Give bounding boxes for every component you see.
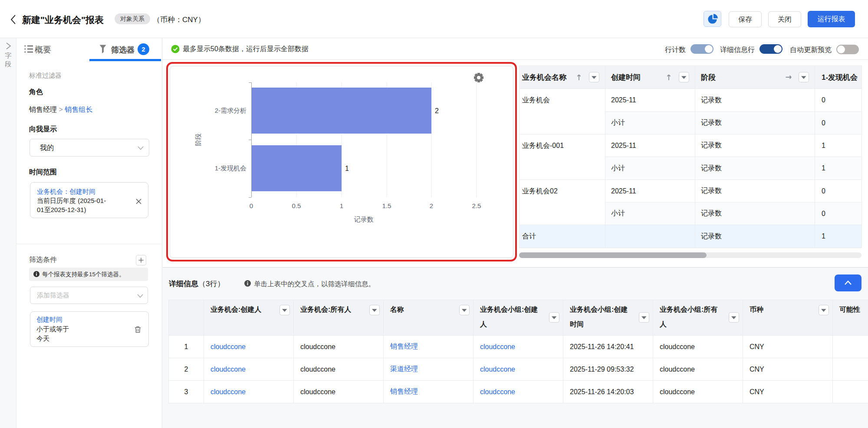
svg-text:2.5: 2.5 bbox=[472, 202, 481, 209]
svg-text:0.5: 0.5 bbox=[292, 202, 301, 209]
svg-text:1: 1 bbox=[345, 165, 349, 172]
svg-text:1: 1 bbox=[340, 202, 343, 209]
svg-text:2: 2 bbox=[435, 107, 439, 114]
svg-text:0: 0 bbox=[250, 202, 253, 209]
svg-text:阶段: 阶段 bbox=[194, 133, 202, 146]
svg-text:1.5: 1.5 bbox=[382, 202, 391, 209]
svg-text:2: 2 bbox=[430, 202, 433, 209]
svg-text:1-发现机会: 1-发现机会 bbox=[215, 164, 247, 172]
svg-text:2-需求分析: 2-需求分析 bbox=[215, 107, 247, 114]
svg-text:记录数: 记录数 bbox=[354, 216, 374, 223]
